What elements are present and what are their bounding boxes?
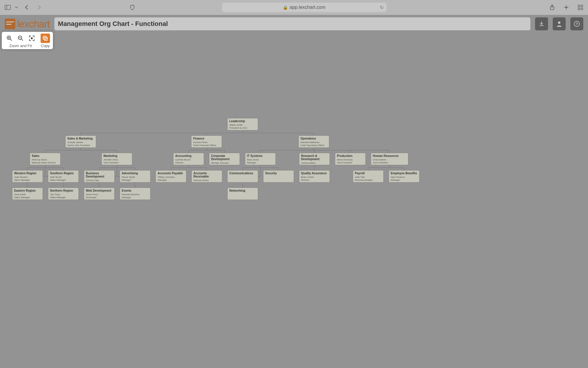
org-node[interactable]: Web DevelopmentKevin PerryDeveloper — [84, 188, 115, 200]
tabs-grid-icon[interactable] — [576, 3, 584, 11]
org-node[interactable]: EventsPamela SanchezManager — [120, 188, 151, 200]
sidebar-icon[interactable] — [4, 3, 12, 11]
org-node[interactable]: ProductionAlexa KennedyVice President — [335, 153, 366, 165]
org-node[interactable]: FinanceKendra PerezChief Financial Offic… — [191, 135, 222, 148]
node-dept: Production — [337, 154, 364, 158]
node-dept: Leadership — [229, 120, 256, 123]
new-tab-icon[interactable] — [562, 3, 570, 11]
org-node[interactable]: Eastern RegionGina SmithSales Manager — [12, 188, 43, 200]
node-role: Vice President — [103, 161, 130, 164]
org-node[interactable]: Networking — [227, 188, 258, 200]
org-node[interactable]: Accounts PayableTiffany JohnstonManager — [156, 170, 186, 183]
org-node[interactable]: Accounts ReceivableNichole HintonManager — [191, 170, 222, 183]
node-person: Christie James — [67, 141, 94, 144]
node-person: Brad Jones — [247, 159, 274, 161]
app-header: lexchart Management Org Chart - Function… — [0, 15, 588, 33]
node-person: Alexa Kennedy — [337, 159, 364, 161]
zoom-in-button[interactable] — [5, 34, 14, 43]
help-button[interactable]: ? — [570, 17, 583, 30]
org-node[interactable]: MarketingJennifer ZhaoVice President — [101, 153, 132, 165]
node-dept: Southern Region — [50, 172, 77, 175]
node-dept: Web Development — [86, 189, 113, 192]
node-dept: Western Region — [14, 172, 41, 175]
zoom-out-button[interactable] — [16, 34, 25, 43]
org-node[interactable]: SalesAnthony DavisNational Sales Directo… — [30, 153, 61, 165]
chart-title: Management Org Chart - Functional — [58, 20, 168, 28]
account-button[interactable] — [553, 17, 566, 30]
org-node[interactable]: LeadershipWalter SmithPresident & CEO — [227, 118, 258, 130]
svg-rect-6 — [581, 8, 583, 10]
node-dept: Human Resources — [373, 154, 406, 158]
node-role: Vice President — [373, 161, 406, 164]
org-node[interactable]: Western RegionJuan MorenoSales Manager — [12, 170, 43, 183]
node-role: Sales Manager — [14, 179, 41, 181]
address-bar[interactable]: 🔒 app.lexchart.com ↻ — [222, 3, 387, 12]
svg-line-96 — [21, 39, 23, 41]
node-dept: Accounting — [175, 154, 202, 158]
node-person: Gina Smith — [14, 193, 41, 196]
node-role: President & CEO — [229, 127, 256, 129]
node-role: Manager — [122, 196, 148, 199]
org-node[interactable]: Sales & MarketingChristie JamesSenior Vi… — [65, 135, 96, 148]
back-icon[interactable] — [22, 3, 31, 11]
node-person: Nicole Wyatt — [122, 176, 148, 179]
svg-point-7 — [558, 21, 560, 24]
node-role: Vice President — [337, 161, 364, 164]
org-node[interactable]: IT SystemsBrad JonesManager — [245, 153, 276, 165]
org-node[interactable]: Employee BenefitsSam PaulsonManager — [389, 170, 420, 183]
node-person: Yao Tung — [50, 193, 77, 196]
org-node[interactable]: AccountingCynthia MooreDirector — [173, 153, 204, 165]
svg-rect-3 — [578, 5, 580, 7]
download-button[interactable] — [535, 17, 548, 30]
shield-icon[interactable] — [128, 3, 136, 11]
node-person: Sam Paulson — [391, 176, 417, 179]
fit-button[interactable] — [27, 34, 36, 43]
node-person: Jessica Baker — [301, 162, 328, 165]
org-node[interactable]: Quality AssuranceBoaz CohenDirector — [299, 170, 330, 183]
chart-title-input[interactable]: Management Org Chart - Functional — [54, 17, 530, 30]
node-dept: Northern Region — [50, 189, 77, 192]
node-person: Chad Adams — [373, 159, 406, 161]
node-role: Chief Financial Officer — [193, 144, 220, 147]
copy-button[interactable] — [41, 34, 50, 43]
node-dept: Business Development — [86, 172, 113, 178]
org-node[interactable]: Research & DevelopmentJessica BakerVice … — [299, 153, 330, 165]
org-node[interactable]: Corporate DevelopmentMichael JohnsonDire… — [209, 153, 240, 165]
reload-icon[interactable]: ↻ — [380, 5, 384, 10]
node-dept: Sales & Marketing — [67, 137, 94, 140]
org-node[interactable]: OperationsHannah MatthewsChief Operating… — [298, 135, 329, 148]
svg-rect-4 — [581, 5, 583, 7]
node-person: Walter Smith — [229, 124, 256, 127]
org-node[interactable]: PayrollJulie TealBusiness Analyst — [353, 170, 384, 183]
org-node[interactable]: Southern RegionSeth BoothSales Manager — [48, 170, 79, 183]
org-node[interactable]: Northern RegionYao TungSales Manager — [48, 188, 79, 200]
org-node[interactable]: Security — [263, 170, 294, 183]
app-logo[interactable]: lexchart — [5, 18, 50, 30]
node-dept: Research & Development — [301, 154, 328, 161]
chart-canvas[interactable]: LeadershipWalter SmithPresident & CEOSal… — [0, 49, 588, 368]
share-icon[interactable] — [548, 3, 556, 11]
node-role: Developer — [86, 196, 113, 199]
node-dept: Accounts Receivable — [193, 172, 220, 178]
node-role: Vice President — [301, 165, 328, 165]
org-node[interactable]: Human ResourcesChad AdamsVice President — [371, 153, 408, 165]
svg-rect-0 — [5, 5, 11, 10]
node-dept: Networking — [229, 189, 256, 192]
org-node[interactable]: Communications — [227, 170, 258, 183]
node-dept: Operations — [300, 137, 327, 140]
toolbar-popover: Zoom and Fit Copy — [2, 32, 53, 49]
url-text: app.lexchart.com — [290, 5, 325, 10]
org-node[interactable]: AdvertisingNicole WyattManager — [120, 170, 151, 183]
org-node[interactable]: Business DevelopmentJohnny ClayDirector — [84, 170, 115, 183]
node-person: Anthony Davis — [32, 159, 59, 161]
node-role: Manager — [122, 179, 148, 181]
node-dept: Sales — [32, 154, 59, 158]
node-dept: Eastern Region — [14, 189, 41, 192]
node-role: Senior Vice President — [67, 144, 94, 147]
forward-icon[interactable] — [35, 3, 44, 11]
node-dept: Security — [265, 172, 292, 175]
node-person: Julie Teal — [355, 176, 382, 179]
node-dept: Advertising — [122, 172, 148, 175]
zoom-fit-label: Zoom and Fit — [9, 44, 32, 48]
chevron-down-icon[interactable] — [14, 3, 19, 11]
